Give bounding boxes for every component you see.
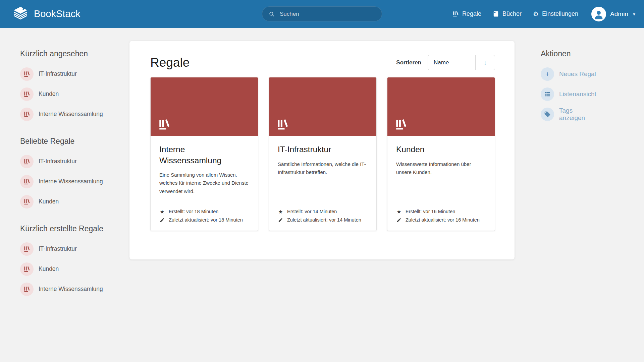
action-label: Tags anzeigen — [559, 107, 598, 122]
caret-down-icon: ▾ — [633, 11, 635, 17]
tag-badge — [541, 108, 554, 121]
bookshelf-icon — [23, 91, 30, 98]
created-text: Erstellt: vor 16 Minuten — [406, 209, 455, 214]
updated-meta: Zuletzt aktualisiert: vor 16 Minuten — [396, 217, 487, 223]
bookshelf-icon — [23, 286, 30, 293]
person-icon — [593, 9, 604, 20]
shelf-card-title: Kunden — [396, 144, 482, 155]
sidebar-item-shelf[interactable]: Interne Wissenssamlung — [20, 283, 104, 296]
bookshelf-icon — [23, 158, 30, 165]
action-show-tags[interactable]: Tags anzeigen — [541, 108, 598, 121]
sidebar-item-label: Interne Wissenssamlung — [39, 286, 103, 293]
created-text: Erstellt: vor 14 Minuten — [287, 209, 337, 214]
shelf-card-description: Eine Sammlung von allem Wissen, welches … — [159, 171, 250, 195]
book-icon — [493, 11, 499, 17]
user-menu[interactable]: Admin ▾ — [591, 0, 635, 28]
sort-direction-button[interactable]: ↓ — [475, 55, 495, 70]
bookshelf-icon — [23, 111, 30, 118]
bookshelf-icon — [23, 198, 30, 205]
list-icon — [544, 91, 551, 98]
created-text: Erstellt: vor 18 Minuten — [169, 209, 218, 214]
sidebar-item-shelf[interactable]: IT-Infrastruktur — [20, 155, 104, 168]
shelf-badge — [20, 262, 34, 276]
app-header: BookStack Regale Bücher ⚙ Einstellungen … — [0, 0, 644, 28]
panel-header: Regale Sortieren Name ↓ — [150, 55, 495, 70]
sidebar-item-label: IT-Infrastruktur — [39, 245, 77, 252]
bookstack-logo-icon — [12, 6, 29, 22]
shelf-badge — [20, 155, 34, 168]
actions-sidebar: Aktionen + Neues Regal Listenansicht Tag… — [515, 28, 598, 303]
sort-label: Sortieren — [396, 59, 421, 66]
tag-icon — [544, 111, 551, 118]
section-recently-viewed: Kürzlich angesehen IT-Infrastruktur Kund… — [20, 49, 104, 121]
brand-title: BookStack — [34, 8, 80, 19]
shelf-badge — [20, 175, 34, 188]
nav-item-books[interactable]: Bücher — [487, 0, 527, 28]
shelf-card-kunden[interactable]: Kunden Wissenswerte Informationen über u… — [387, 77, 495, 231]
shelf-badge — [20, 195, 34, 208]
bookshelf-icon — [158, 118, 170, 131]
sort-value-button[interactable]: Name — [428, 55, 475, 70]
arrow-down-icon: ↓ — [484, 59, 487, 66]
sidebar-item-shelf[interactable]: Interne Wissenssamlung — [20, 175, 104, 188]
nav-item-label: Regale — [462, 10, 481, 17]
main-column: Regale Sortieren Name ↓ — [129, 28, 515, 303]
plus-icon: + — [545, 70, 549, 77]
updated-text: Zuletzt aktualisiert: vor 16 Minuten — [406, 217, 480, 223]
bookshelf-icon — [23, 71, 30, 77]
section-title: Aktionen — [541, 49, 598, 59]
shelf-badge — [20, 108, 34, 121]
action-new-shelf[interactable]: + Neues Regal — [541, 67, 598, 81]
search-input[interactable] — [279, 10, 375, 18]
star-icon: ★ — [278, 209, 283, 214]
header-search-bar[interactable] — [262, 6, 382, 21]
shelf-card-title: IT-Infrastruktur — [278, 144, 364, 155]
bookshelf-icon — [23, 246, 30, 252]
sidebar-item-shelf[interactable]: IT-Infrastruktur — [20, 67, 104, 81]
shelf-card-banner — [151, 77, 258, 136]
shelf-card-description: Sämtliche Informationen, welche die IT-I… — [278, 160, 368, 177]
sidebar-item-shelf[interactable]: Kunden — [20, 195, 104, 208]
sidebar-item-shelf[interactable]: Kunden — [20, 87, 104, 101]
created-meta: ★ Erstellt: vor 16 Minuten — [396, 209, 487, 214]
updated-text: Zuletzt aktualisiert: vor 18 Minuten — [169, 217, 243, 223]
shelf-badge — [20, 87, 34, 101]
star-icon: ★ — [159, 209, 165, 214]
updated-meta: Zuletzt aktualisiert: vor 18 Minuten — [159, 217, 250, 223]
sidebar-item-shelf[interactable]: Interne Wissenssamlung — [20, 108, 104, 121]
shelf-card-interne-wissenssamlung[interactable]: Interne Wissenssamlung Eine Sammlung von… — [150, 77, 258, 231]
left-sidebar: Kürzlich angesehen IT-Infrastruktur Kund… — [20, 28, 104, 303]
section-popular-shelves: Beliebte Regale IT-Infrastruktur Interne… — [20, 136, 104, 208]
action-list-view[interactable]: Listenansicht — [541, 87, 598, 101]
sidebar-item-label: Kunden — [39, 198, 59, 205]
shelf-card-it-infrastruktur[interactable]: IT-Infrastruktur Sämtliche Informationen… — [269, 77, 377, 231]
shelf-card-banner — [269, 77, 376, 136]
sidebar-item-shelf[interactable]: Kunden — [20, 262, 104, 276]
shelf-card-banner — [387, 77, 495, 136]
section-actions: Aktionen + Neues Regal Listenansicht Tag… — [541, 49, 598, 121]
sidebar-item-label: Interne Wissenssamlung — [39, 111, 103, 118]
shelf-card-body: IT-Infrastruktur Sämtliche Informationen… — [269, 136, 376, 231]
shelf-card-meta: ★ Erstellt: vor 14 Minuten Zuletzt aktua… — [278, 209, 368, 223]
star-icon: ★ — [396, 209, 402, 214]
shelf-card-body: Kunden Wissenswerte Informationen über u… — [387, 136, 495, 231]
sidebar-item-label: IT-Infrastruktur — [39, 158, 77, 165]
created-meta: ★ Erstellt: vor 14 Minuten — [278, 209, 368, 214]
bookshelf-icon — [23, 266, 30, 273]
shelves-panel: Regale Sortieren Name ↓ — [129, 41, 515, 259]
brand-home-link[interactable]: BookStack — [0, 6, 80, 22]
bookshelf-icon — [276, 118, 289, 131]
list-badge — [541, 87, 554, 101]
nav-item-settings[interactable]: ⚙ Einstellungen — [527, 0, 584, 28]
action-label: Neues Regal — [559, 70, 596, 78]
shelf-card-description: Wissenswerte Informationen über unsere K… — [396, 160, 487, 177]
shelf-badge — [20, 242, 34, 256]
sidebar-item-label: Interne Wissenssamlung — [39, 178, 103, 185]
nav-item-label: Einstellungen — [542, 10, 578, 17]
nav-item-shelves[interactable]: Regale — [447, 0, 487, 28]
shelf-card-title: Interne Wissenssamlung — [159, 144, 245, 166]
pencil-icon — [396, 218, 402, 223]
sidebar-item-label: IT-Infrastruktur — [39, 70, 77, 77]
sidebar-item-shelf[interactable]: IT-Infrastruktur — [20, 242, 104, 256]
section-recently-created: Kürzlich erstellte Regale IT-Infrastrukt… — [20, 224, 104, 296]
